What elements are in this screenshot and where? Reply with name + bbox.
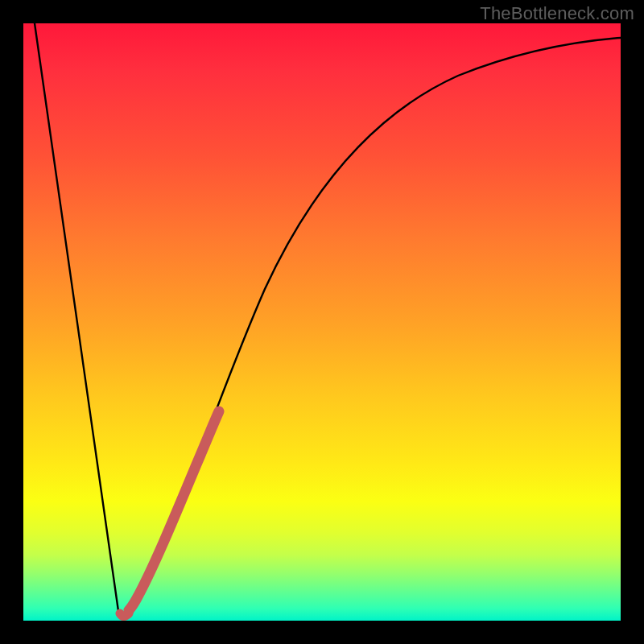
- curve-layer: [23, 23, 621, 621]
- plot-area: [23, 23, 621, 621]
- highlight-segment: [129, 411, 219, 610]
- highlight-floor: [120, 613, 129, 617]
- watermark-text: TheBottleneck.com: [480, 3, 634, 24]
- bottleneck-curve: [35, 23, 621, 617]
- chart-frame: TheBottleneck.com: [0, 0, 644, 644]
